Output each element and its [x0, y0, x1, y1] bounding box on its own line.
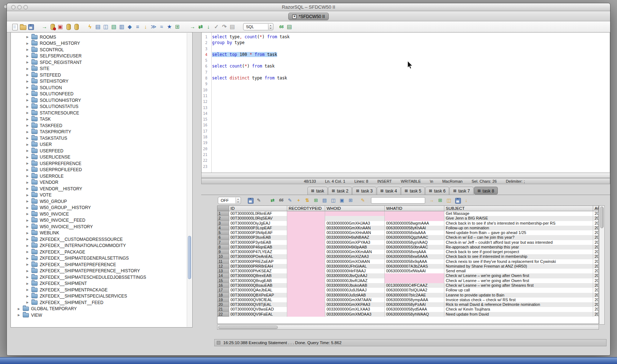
- table-row[interactable]: 600T3000000P3tuvEAB0033000000H9aNBAAZ006…: [217, 235, 599, 240]
- disclosure-triangle-icon[interactable]: ▶: [25, 181, 30, 184]
- tree-item-solutionhistory[interactable]: ▶SOLUTIONHISTORY: [11, 97, 186, 104]
- disclosure-triangle-icon[interactable]: ▶: [25, 105, 30, 108]
- table-row[interactable]: 100T3000000L0RknEAFGet Massage200: [217, 211, 599, 216]
- tree-item-staticresource[interactable]: ▶STATICRESOURCE: [11, 110, 186, 116]
- disclosure-triangle-icon[interactable]: ▶: [25, 111, 30, 114]
- tree-item-sitefeed[interactable]: ▶SITEFEED: [11, 72, 186, 78]
- column-header-whoid[interactable]: WHOID: [325, 206, 385, 211]
- disclosure-triangle-icon[interactable]: ▶: [25, 238, 30, 241]
- tree-item-zkfedex-shipmatepreference[interactable]: ▶ZKFEDEX__SHIPMATEPREFERENCE: [11, 261, 186, 268]
- refresh-results-icon[interactable]: ⇄: [269, 197, 276, 204]
- tree-item-userlicense[interactable]: ▶USERLICENSE: [11, 154, 186, 161]
- table-row[interactable]: 700T3000000P3yrbEAB0033000000GmXPYAA3006…: [217, 240, 599, 245]
- table-row[interactable]: 1500T3000000Q8rugEAB0033000000JbvRJAAZCh…: [217, 278, 599, 283]
- disclosure-triangle-icon[interactable]: ▶: [25, 282, 30, 285]
- disclosure-triangle-icon[interactable]: ▶: [25, 130, 30, 134]
- tree-item-taskstatus[interactable]: ▶TASKSTATUS: [11, 135, 186, 142]
- grid-header[interactable]: IDRECORDTYPEIDWHOIDWHATIDSUBJECTAC: [217, 205, 599, 211]
- indent-icon[interactable]: ≫: [150, 23, 157, 30]
- disclosure-triangle-icon[interactable]: ▶: [25, 86, 30, 89]
- grid-vscrollbar-thumb[interactable]: [600, 207, 604, 228]
- grid-vscrollbar[interactable]: [599, 205, 605, 325]
- tree-item-vote[interactable]: ▶VOTE: [11, 192, 186, 199]
- disclosure-triangle-icon[interactable]: ▶: [25, 168, 30, 172]
- disclosure-triangle-icon[interactable]: ▶: [25, 99, 30, 102]
- tree-item-vendor-history[interactable]: ▶VENDOR__HISTORY: [11, 186, 186, 192]
- result-tab-task-3[interactable]: ⊠task 3: [352, 187, 376, 195]
- tree-item-rooms[interactable]: ▶ROOMS: [11, 34, 186, 40]
- disclosure-triangle-icon[interactable]: ▶: [25, 263, 30, 266]
- disconnect-icon[interactable]: [49, 23, 56, 30]
- stepper-icon[interactable]: [268, 24, 273, 30]
- result-tab-task[interactable]: ⊠task: [307, 187, 328, 195]
- disclosure-triangle-icon[interactable]: ▶: [17, 307, 21, 311]
- result-tab-task-7[interactable]: ⊠task 7: [449, 187, 473, 195]
- connection-info-icon[interactable]: [73, 23, 80, 30]
- tree-item-solutionstatus[interactable]: ▶SOLUTIONSTATUS: [11, 104, 186, 110]
- tree-item-zkfedex-shipmatescheduledjobssettings[interactable]: ▶ZKFEDEX__SHIPMATESCHEDULEDJOBSSETTINGS: [11, 274, 186, 281]
- filter-results-icon[interactable]: ✎: [255, 197, 262, 204]
- tree-item-w50-invoice[interactable]: ▶W50_INVOICE: [11, 211, 186, 217]
- table-row[interactable]: 1000T3000000POeAnEAL0033000000GmXIZAA300…: [217, 254, 599, 259]
- export-results-icon[interactable]: ◫: [102, 23, 109, 30]
- grid-hscrollbar[interactable]: [217, 325, 599, 330]
- text-view-icon[interactable]: ◫: [330, 197, 337, 204]
- execute-lightning-icon[interactable]: ϟ: [86, 23, 94, 30]
- edit-results-icon[interactable]: ✎: [286, 197, 293, 204]
- refresh-table-icon[interactable]: ⊞: [312, 197, 319, 204]
- disclosure-triangle-icon[interactable]: ▶: [25, 200, 30, 203]
- disclosure-triangle-icon[interactable]: ▶: [25, 149, 30, 152]
- tab-close-icon[interactable]: ⊠: [356, 189, 359, 193]
- document-tab[interactable]: *SFDCW50 II: [288, 13, 329, 20]
- result-tab-task-4[interactable]: ⊠task 4: [377, 187, 401, 195]
- column-header-recordtypeid[interactable]: RECORDTYPEID: [287, 206, 325, 211]
- align-lines-icon[interactable]: ≡: [134, 23, 141, 30]
- disclosure-triangle-icon[interactable]: ▶: [25, 206, 30, 209]
- tree-item-rooms-history[interactable]: ▶ROOMS__HISTORY: [11, 40, 186, 47]
- tree-item-solutionfeed[interactable]: ▶SOLUTIONFEED: [11, 91, 186, 98]
- tab-close-icon[interactable]: ⊠: [405, 189, 408, 193]
- save-file-icon[interactable]: [27, 23, 34, 30]
- edit-table-icon[interactable]: ⊞: [174, 23, 181, 30]
- tree-item-zkfedex-shipmatepreference-history[interactable]: ▶ZKFEDEX__SHIPMATEPREFERENCE__HISTORY: [11, 268, 186, 274]
- column-header-subject[interactable]: SUBJECT: [444, 206, 593, 211]
- tree-item-sfdc-registrant[interactable]: ▶SFDC_REGISTRANT: [11, 59, 186, 66]
- tree-item-task[interactable]: ▶TASK: [11, 116, 186, 123]
- table-row[interactable]: 2000T3000000QV8TjEAL0033000000GmXKPAA300…: [217, 302, 599, 307]
- copy-grid-icon[interactable]: ⊞: [347, 197, 354, 204]
- disclosure-triangle-icon[interactable]: ▶: [25, 73, 30, 77]
- tree-item-userfeed[interactable]: ▶USERFEED: [11, 148, 186, 154]
- disclosure-triangle-icon[interactable]: ▶: [25, 118, 30, 121]
- tree-item-userprofilefeed[interactable]: ▶USERPROFILEFEED: [11, 167, 186, 173]
- disclosure-triangle-icon[interactable]: ▶: [25, 244, 30, 247]
- table-row[interactable]: 500T3000000P3N4pEAF0033000000GmXHnAAN006…: [217, 230, 599, 235]
- table-row[interactable]: 1300T3000000PfvKSEAZ0033000000HirF8AAJ00…: [217, 269, 599, 273]
- tree-item-zkfedex-shipmentpackage[interactable]: ▶ZKFEDEX__SHIPMENTPACKAGE: [11, 287, 186, 293]
- bookmarks-icon[interactable]: ◆: [126, 23, 133, 30]
- disclosure-triangle-icon[interactable]: ▶: [25, 92, 30, 96]
- tab-close-icon[interactable]: ⊠: [429, 189, 432, 193]
- disclosure-triangle-icon[interactable]: ▶: [25, 174, 30, 178]
- document-tab-close-icon[interactable]: [292, 14, 297, 19]
- sidebar-scrollbar[interactable]: [187, 33, 192, 327]
- disclosure-triangle-icon[interactable]: ▶: [17, 313, 21, 317]
- row-limit-select[interactable]: OFF: [218, 197, 241, 204]
- result-tab-task-2[interactable]: ⊠task 2: [328, 187, 352, 195]
- disclosure-triangle-icon[interactable]: ▶: [25, 212, 30, 216]
- disclosure-triangle-icon[interactable]: ▶: [25, 288, 30, 291]
- disclosure-triangle-icon[interactable]: ▶: [25, 124, 30, 127]
- execute-statement-icon[interactable]: →: [189, 23, 196, 30]
- format-sql-icon[interactable]: ≈: [158, 23, 165, 30]
- open-file-icon[interactable]: [19, 23, 26, 30]
- add-connection-icon[interactable]: [65, 23, 72, 30]
- download-rows-icon[interactable]: ↓: [463, 197, 470, 204]
- new-file-icon[interactable]: [11, 23, 18, 30]
- disclosure-triangle-icon[interactable]: ▶: [25, 276, 30, 279]
- table-row[interactable]: 800T3000000P46qnEAB0033000000H9i0pAAB006…: [217, 245, 599, 250]
- table-row[interactable]: 1800T3000000QBXPeEAP0033000000Ju9zlAAB00…: [217, 293, 599, 298]
- save-results-icon[interactable]: [247, 197, 254, 204]
- save-grid-icon[interactable]: [454, 197, 461, 204]
- disclosure-triangle-icon[interactable]: ▶: [25, 269, 30, 273]
- results-search-input[interactable]: [371, 197, 425, 204]
- stepper-icon[interactable]: [236, 198, 240, 203]
